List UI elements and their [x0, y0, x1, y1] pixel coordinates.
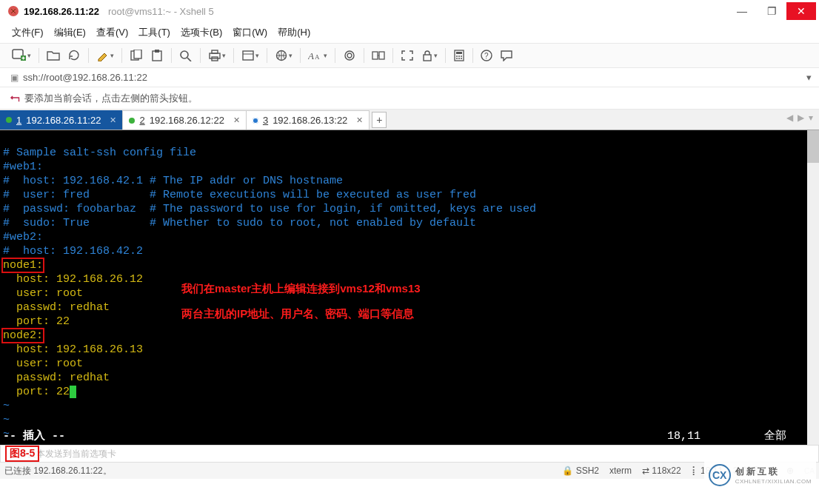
lock-icon: 🔒 [562, 466, 573, 476]
transfer-icon[interactable] [370, 47, 387, 64]
add-tab-button[interactable]: + [372, 112, 387, 128]
menu-edit[interactable]: 编辑(E) [54, 26, 86, 39]
title-bar: 192.168.26.11:22 root@vms11:~ - Xshell 5… [0, 0, 819, 22]
svg-point-21 [456, 56, 458, 57]
scrollbar-thumb[interactable] [807, 130, 819, 163]
minimize-button[interactable]: — [727, 2, 757, 20]
close-button[interactable]: ✕ [786, 2, 816, 20]
svg-rect-17 [379, 52, 384, 59]
menu-file[interactable]: 文件(F) [12, 26, 44, 39]
tab-num: 3 [263, 115, 268, 126]
fullscreen-icon[interactable] [399, 47, 415, 64]
figure-label: 图8-5 [5, 446, 39, 462]
svg-point-26 [461, 58, 462, 59]
separator [39, 48, 39, 63]
terminal-line: #web2: [3, 231, 43, 243]
terminal-line: host: 192.168.26.13 [3, 343, 143, 356]
watermark: CX 创新互联 CXHLNET/XIXILIAN.COM [704, 461, 816, 489]
terminal-line: host: 192.168.26.12 [3, 273, 143, 286]
toolbar: ▾ ▾ ▾ ▾ ▾ AA▾ ▾ ? [0, 43, 819, 68]
properties-icon[interactable]: ▾ [240, 47, 261, 64]
svg-rect-16 [372, 52, 378, 59]
tab-prev-icon[interactable]: ◀ [786, 112, 793, 123]
arrow-icon[interactable]: ⮢ [10, 93, 20, 104]
terminal-tilde: ~ [3, 414, 10, 426]
cursor [70, 386, 76, 398]
send-input[interactable]: 图8-5 仅将文本发送到当前选项卡 [0, 445, 819, 463]
tab-num: 2 [139, 115, 144, 126]
status-dot-icon [253, 118, 258, 124]
reconnect-icon[interactable] [66, 47, 82, 64]
address-bar[interactable]: ▣ ssh://root@192.168.26.11:22 ▾ [0, 68, 819, 87]
separator [267, 48, 267, 63]
copy-icon[interactable] [128, 47, 144, 64]
vim-position: 18,11 [667, 429, 701, 443]
tab-label: 192.168.26.12:22 [150, 115, 224, 126]
chevron-down-icon[interactable]: ▾ [806, 72, 812, 83]
terminal-line: # Sample salt-ssh config file [3, 147, 196, 159]
globe-icon[interactable]: ▾ [273, 47, 294, 64]
node2-label: node2: [3, 329, 43, 342]
tab-close-icon[interactable]: ✕ [105, 115, 116, 125]
tab-close-icon[interactable]: ✕ [229, 115, 240, 125]
separator [300, 48, 301, 63]
svg-point-25 [458, 58, 460, 59]
status-dot-icon [129, 118, 135, 124]
menu-tab[interactable]: 选项卡(B) [181, 26, 222, 39]
pos-icon: ⡇ [692, 466, 698, 476]
separator [472, 48, 473, 63]
tab-3[interactable]: 3 192.168.26.13:22 ✕ [247, 110, 370, 130]
svg-rect-6 [155, 50, 159, 53]
tab-label: 192.168.26.11:22 [26, 115, 101, 126]
chat-icon[interactable] [498, 47, 515, 64]
menu-help[interactable]: 帮助(H) [278, 26, 310, 39]
help-icon[interactable]: ? [479, 47, 494, 64]
tab-next-icon[interactable]: ▶ [798, 112, 804, 123]
tab-2[interactable]: 2 192.168.26.12:22 ✕ [123, 110, 246, 130]
separator [233, 48, 234, 63]
maximize-button[interactable]: ❐ [757, 2, 786, 20]
annotation-line1: 我们在master主机上编辑连接到vms12和vms13 [181, 281, 421, 295]
separator [364, 48, 364, 63]
terminal-line: passwd: redhat [3, 301, 110, 314]
terminal-line: user: root [3, 357, 83, 370]
tab-menu-icon[interactable]: ▾ [809, 112, 813, 123]
status-connected: 已连接 192.168.26.11:22。 [4, 465, 112, 477]
encoding-icon[interactable] [341, 47, 358, 64]
tab-close-icon[interactable]: ✕ [352, 115, 363, 125]
size-icon: ⇄ [642, 466, 649, 476]
svg-point-24 [456, 58, 458, 59]
svg-rect-11 [243, 51, 253, 60]
status-term: xterm [609, 466, 632, 476]
font-icon[interactable]: AA▾ [307, 47, 329, 64]
paste-icon[interactable] [149, 47, 165, 64]
status-bar: 已连接 192.168.26.11:22。 🔒 SSH2 xterm ⇄ 118… [0, 463, 819, 479]
terminal[interactable]: # Sample salt-ssh config file #web1: # h… [0, 130, 819, 445]
search-icon[interactable] [178, 47, 194, 64]
tab-1[interactable]: 1 192.168.26.11:22 ✕ [0, 110, 123, 130]
menu-bar: 文件(F) 编辑(E) 查看(V) 工具(T) 选项卡(B) 窗口(W) 帮助(… [0, 22, 819, 43]
annotation-line2: 两台主机的IP地址、用户名、密码、端口等信息 [181, 306, 414, 320]
calculator-icon[interactable] [452, 47, 467, 64]
tab-num: 1 [16, 115, 21, 126]
lock-icon[interactable]: ▾ [420, 47, 439, 64]
node1-label: node1: [3, 259, 43, 272]
svg-point-15 [345, 51, 354, 60]
tab-bar: 1 192.168.26.11:22 ✕ 2 192.168.26.12:22 … [0, 110, 819, 130]
menu-window[interactable]: 窗口(W) [233, 26, 267, 39]
tab-nav: ◀ ▶ ▾ [786, 112, 813, 123]
terminal-line: passwd: redhat [3, 372, 110, 384]
separator [392, 48, 393, 63]
terminal-line: # user: fred # Remote executions will be… [3, 189, 476, 201]
svg-rect-18 [424, 55, 431, 61]
open-icon[interactable] [45, 47, 61, 64]
menu-view[interactable]: 查看(V) [96, 26, 128, 39]
highlight-icon[interactable]: ▾ [95, 47, 116, 64]
svg-text:?: ? [484, 52, 489, 60]
status-ssh: SSH2 [576, 466, 599, 476]
new-session-icon[interactable]: ▾ [10, 47, 33, 64]
print-icon[interactable]: ▾ [207, 47, 227, 64]
separator [121, 48, 122, 63]
menu-tools[interactable]: 工具(T) [138, 26, 170, 39]
svg-text:A: A [315, 53, 320, 61]
